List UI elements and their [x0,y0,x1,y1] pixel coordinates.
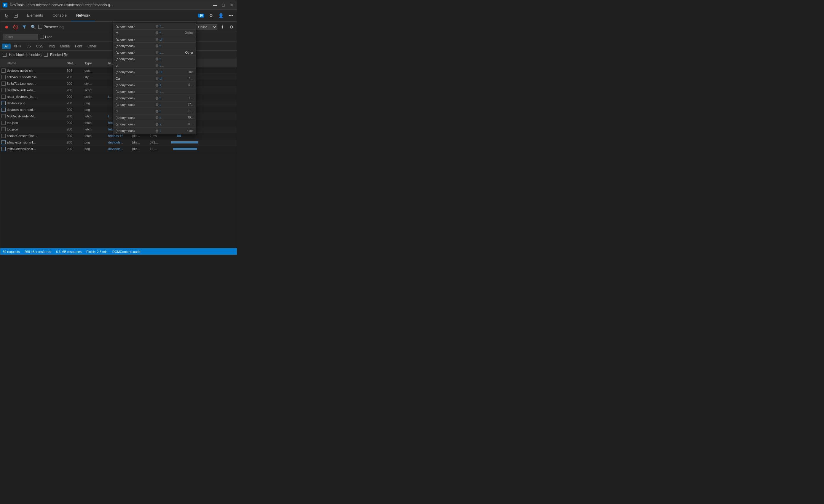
di-source[interactable]: t... [160,51,184,54]
header-type[interactable]: Type [85,61,108,65]
di-at: @ [156,57,158,61]
dropdown-item[interactable]: (anonymous) @ i. 4 ms [113,127,196,134]
requests-count: 39 requests [3,250,20,254]
tool-icons [3,10,20,21]
dropdown-item[interactable]: (anonymous) @ t... Other [113,49,196,56]
dropdown-item[interactable]: pt @ t... [113,62,196,69]
type-btn-img[interactable]: Img [46,43,57,49]
di-source[interactable]: s. [160,116,186,119]
dropdown-item[interactable]: (anonymous) @ f... [113,23,196,30]
di-source[interactable]: t. [160,103,186,106]
di-name: (anonymous) [116,90,154,93]
dropdown-item[interactable]: (anonymous) @ t... [113,56,196,62]
header-name[interactable]: Name [1,61,67,65]
di-name: (anonymous) [116,70,154,74]
tab-elements[interactable]: Elements [22,10,48,21]
cursor-tool-btn[interactable] [3,12,11,20]
minimize-button[interactable]: — [211,1,218,9]
blocked-cookies-checkbox[interactable] [3,53,7,57]
di-source[interactable]: ul [160,38,192,41]
file-icon [1,121,6,125]
blocked-re-checkbox[interactable] [44,53,48,57]
cell-status: 200 [67,140,85,144]
di-source[interactable]: t... [160,96,187,100]
cell-initiator[interactable]: fetch.ts:15 [108,134,132,137]
search-button[interactable]: 🔍 [29,23,37,31]
di-at: @ [156,77,158,80]
resources-size: 6.6 MB resources [56,250,82,254]
tab-console[interactable]: Console [48,10,72,21]
di-name: (anonymous) [116,51,154,54]
tab-network[interactable]: Network [72,10,95,21]
dropdown-item[interactable]: re @ f... Online [113,30,196,36]
type-btn-font[interactable]: Font [73,43,85,49]
table-row[interactable]: install-extension-fr... 200 png devtools… [0,145,237,152]
cell-type: png [85,140,108,144]
dropdown-item[interactable]: (anonymous) @ s. 0 ... [113,121,196,127]
filter-button[interactable] [20,23,28,31]
type-btn-all[interactable]: All [2,43,11,49]
di-at: @ [156,64,158,67]
dropdown-item[interactable]: Qa @ ul 7 ... [113,75,196,82]
header-status[interactable]: Stat... [67,61,85,65]
error-badge: 10 [198,14,204,17]
type-btn-js[interactable]: JS [24,43,33,49]
file-icon [1,69,6,73]
type-btn-css[interactable]: CSS [34,43,46,49]
di-source[interactable]: s. [160,122,187,126]
dropdown-item[interactable]: pt @ t. 51... [113,108,196,114]
inspect-btn[interactable] [12,12,20,20]
preserve-log-label: Preserve log [43,25,64,29]
file-icon [1,134,6,138]
dropdown-item[interactable]: (anonymous) @ t... 1 ... [113,95,196,101]
network-settings-btn[interactable]: ⚙ [227,23,235,31]
throttle-select[interactable]: Online Fast 3G Slow 3G Offline [195,24,217,30]
close-button[interactable]: ✕ [228,1,235,9]
preserve-log-checkbox[interactable] [38,25,42,29]
record-button[interactable]: ⏺ [3,23,10,31]
type-btn-other[interactable]: Other [85,43,99,49]
file-icon [1,82,6,86]
initiator-dropdown: (anonymous) @ f... re @ f... Online (ano… [113,23,196,134]
maximize-button[interactable]: □ [220,1,227,9]
cell-initiator[interactable]: devtools... [108,147,132,150]
hide-checkbox[interactable] [40,35,44,39]
dropdown-item[interactable]: (anonymous) @ ul ime [113,69,196,75]
dropdown-item[interactable]: (anonymous) @ t... [113,88,196,95]
di-name: (anonymous) [116,122,154,126]
di-source[interactable]: s. [160,83,187,87]
di-source[interactable]: t... [160,44,192,48]
settings-btn[interactable]: ⚙ [207,12,215,20]
cell-waterfall [168,140,236,144]
dropdown-item[interactable]: (anonymous) @ s. 5 ... [113,82,196,88]
more-btn[interactable]: ••• [227,12,235,20]
cell-initiator[interactable]: devtools... [108,140,132,144]
di-source[interactable]: ul [160,77,187,80]
dropdown-item[interactable]: (anonymous) @ t. 57... [113,101,196,108]
import-btn[interactable]: ⬆ [218,23,226,31]
cell-waterfall [168,134,236,137]
dropdown-item[interactable]: (anonymous) @ ul [113,36,196,43]
di-source[interactable]: i. [160,129,186,132]
di-source[interactable]: t. [160,109,186,113]
di-extra: ime [189,70,193,74]
file-icon [1,95,6,99]
dropdown-item[interactable]: (anonymous) @ s. 79... [113,114,196,121]
dropdown-item[interactable]: (anonymous) @ t... [113,43,196,49]
filter-input[interactable] [3,34,38,40]
cell-type: png [85,147,108,150]
file-icon [1,114,6,118]
di-source[interactable]: t... [160,64,192,67]
di-source[interactable]: t... [160,57,192,61]
di-source[interactable]: f... [160,25,192,28]
type-btn-xhr[interactable]: XHR [11,43,23,49]
table-row[interactable]: allow-extensions-f... 200 png devtools..… [0,139,237,145]
title-bar: E DevTools - docs.microsoft.com/en-us/mi… [0,0,237,10]
di-source[interactable]: ul [160,70,187,74]
clear-button[interactable]: 🚫 [12,23,19,31]
di-source[interactable]: t... [160,90,192,93]
profile-btn[interactable]: 👤 [217,12,225,20]
di-source[interactable]: f... [160,31,184,35]
di-at: @ [156,129,158,132]
type-btn-media[interactable]: Media [58,43,72,49]
